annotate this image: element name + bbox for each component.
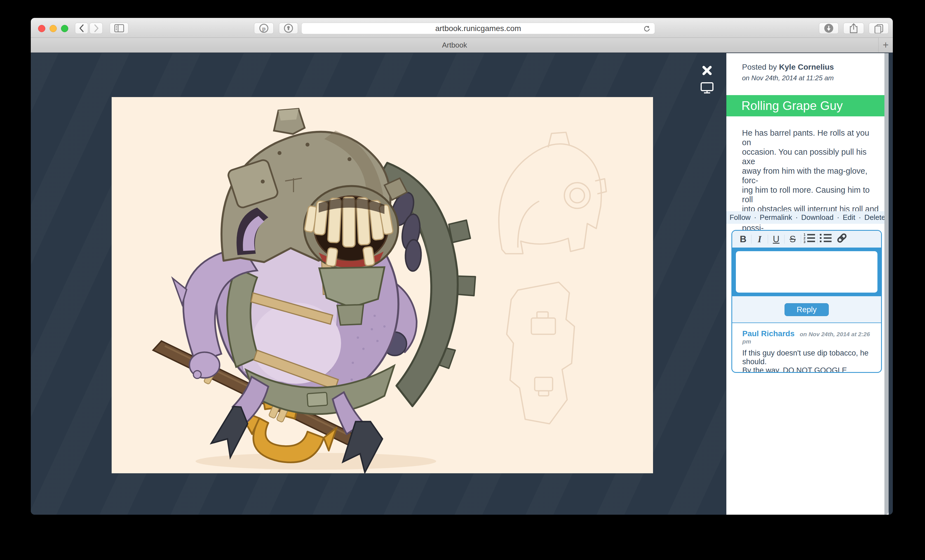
tab-artbook[interactable]: Artbook bbox=[31, 38, 878, 52]
unordered-list-button[interactable] bbox=[818, 233, 834, 245]
tab-bar: Artbook + bbox=[31, 38, 893, 53]
post-title-banner: Rolling Grape Guy bbox=[726, 95, 889, 116]
underline-button[interactable]: U bbox=[768, 233, 784, 245]
tab-overview-button[interactable] bbox=[869, 23, 889, 34]
sidebar-panel-icon bbox=[114, 24, 125, 33]
chevron-left-icon bbox=[78, 24, 85, 33]
dot-separator: · bbox=[859, 213, 861, 222]
link-button[interactable] bbox=[834, 233, 850, 245]
pinterest-extension-button[interactable]: p bbox=[254, 23, 274, 34]
link-chain-icon bbox=[836, 233, 848, 245]
close-window-button[interactable] bbox=[38, 25, 45, 32]
sidebar-scrollbar[interactable] bbox=[884, 53, 889, 515]
comment-body: If this guy doesn't use dip tobacco, he … bbox=[742, 349, 874, 373]
dot-separator: · bbox=[837, 213, 839, 222]
edit-link[interactable]: Edit bbox=[843, 213, 855, 222]
sketch-body-plate bbox=[507, 282, 574, 424]
downloads-button[interactable] bbox=[819, 23, 839, 34]
back-button[interactable] bbox=[75, 23, 88, 34]
posted-by-block: Posted by Kyle Cornelius on Nov 24th, 20… bbox=[726, 53, 889, 82]
post-action-bar: Follow · Permalink · Download · Edit · D… bbox=[726, 211, 889, 224]
delete-link[interactable]: Delete bbox=[864, 213, 885, 222]
svg-text:1: 1 bbox=[804, 233, 806, 236]
tabs-icon bbox=[874, 23, 884, 33]
reply-textarea[interactable] bbox=[736, 251, 877, 293]
italic-button[interactable]: I bbox=[752, 233, 768, 245]
dot-separator: · bbox=[754, 213, 756, 222]
rolling-grape-guy-illustration bbox=[111, 97, 653, 473]
download-circle-icon bbox=[824, 23, 834, 33]
minimize-window-button[interactable] bbox=[50, 25, 57, 32]
plus-icon: + bbox=[883, 39, 889, 51]
strikethrough-button[interactable]: S bbox=[785, 233, 801, 245]
tab-label: Artbook bbox=[442, 41, 467, 50]
post-description: He has barrel pants. He rolls at you on … bbox=[742, 128, 879, 242]
artwork-canvas bbox=[111, 97, 653, 473]
comment-author[interactable]: Paul Richards bbox=[742, 329, 795, 338]
ordered-list-icon: 1 2 3 bbox=[803, 233, 816, 245]
browser-window: p artbook.runicgames.com bbox=[31, 18, 893, 515]
browser-titlebar: p artbook.runicgames.com bbox=[31, 18, 893, 38]
forward-button[interactable] bbox=[89, 23, 103, 34]
onepassword-extension-button[interactable] bbox=[279, 23, 298, 34]
svg-text:p: p bbox=[262, 25, 265, 32]
permalink-link[interactable]: Permalink bbox=[760, 213, 792, 222]
follow-link[interactable]: Follow bbox=[729, 213, 750, 222]
pinterest-icon: p bbox=[259, 23, 269, 33]
posted-by-line: Posted by Kyle Cornelius bbox=[742, 63, 880, 72]
post-sidebar: Posted by Kyle Cornelius on Nov 24th, 20… bbox=[726, 53, 889, 515]
artwork-viewer bbox=[31, 53, 726, 515]
editor-toolbar: B I U S 1 2 3 bbox=[732, 231, 881, 248]
svg-text:2: 2 bbox=[804, 236, 806, 240]
reply-row: Reply bbox=[732, 296, 881, 323]
close-viewer-button[interactable] bbox=[701, 64, 714, 78]
svg-text:3: 3 bbox=[804, 240, 806, 243]
mouth bbox=[304, 186, 398, 270]
fullscreen-display-button[interactable] bbox=[701, 82, 714, 95]
post-date: on Nov 24th, 2014 at 11:25 am bbox=[742, 74, 880, 82]
download-link[interactable]: Download bbox=[801, 213, 834, 222]
unordered-list-icon bbox=[819, 233, 832, 245]
chevron-right-icon bbox=[93, 24, 100, 33]
comment-panel: B I U S 1 2 3 bbox=[731, 230, 882, 373]
posted-by-prefix: Posted by bbox=[742, 63, 779, 71]
sketch-helmet bbox=[499, 132, 606, 254]
address-bar[interactable]: artbook.runicgames.com bbox=[301, 23, 655, 34]
post-title: Rolling Grape Guy bbox=[726, 99, 843, 113]
share-icon bbox=[849, 23, 859, 33]
reload-icon[interactable] bbox=[643, 25, 651, 35]
new-tab-button[interactable]: + bbox=[878, 38, 893, 52]
bold-button[interactable]: B bbox=[735, 233, 751, 245]
reply-button[interactable]: Reply bbox=[785, 303, 829, 316]
monitor-icon bbox=[701, 82, 714, 95]
zoom-window-button[interactable] bbox=[61, 25, 68, 32]
share-button[interactable] bbox=[843, 23, 864, 34]
editor-field-wrap bbox=[732, 248, 881, 296]
keyhole-icon bbox=[283, 23, 294, 33]
url-text: artbook.runicgames.com bbox=[435, 24, 521, 33]
dot-separator: · bbox=[795, 213, 798, 222]
close-icon bbox=[701, 65, 713, 77]
post-author: Kyle Cornelius bbox=[779, 63, 834, 71]
sidebar-toggle-button[interactable] bbox=[110, 23, 128, 34]
page-content: Posted by Kyle Cornelius on Nov 24th, 20… bbox=[31, 53, 893, 515]
ordered-list-button[interactable]: 1 2 3 bbox=[801, 233, 817, 245]
comment-item: Paul Richards on Nov 24th, 2014 at 2:26 … bbox=[732, 323, 881, 373]
